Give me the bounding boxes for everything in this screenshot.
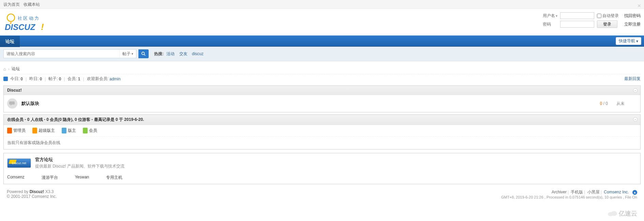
- hot-search-label: 热搜:: [154, 51, 164, 56]
- link-comsenz[interactable]: Comsenz: [7, 175, 25, 180]
- watermark: 亿速云: [607, 209, 637, 212]
- mobile-link[interactable]: 手机版: [571, 190, 583, 194]
- breadcrumb-forum[interactable]: 论坛: [12, 66, 20, 72]
- powered-by: Powered by Discuz! X3.3: [7, 189, 637, 194]
- search-bar: 帖子▾ 热搜: 活动 交友 discuz: [0, 47, 644, 61]
- collapse-icon[interactable]: –: [633, 117, 638, 122]
- online-legend: 管理员 超级版主 版主 会员: [4, 125, 640, 136]
- breadcrumb: ⌂ › 论坛: [3, 64, 641, 74]
- auto-login-label: 自动登录: [602, 13, 619, 19]
- supermod-badge-icon: [32, 128, 37, 133]
- online-panel: 在线会员 - 0 人在线 - 0 会员(0 隐身), 0 位游客 - 最高记录是…: [3, 114, 641, 149]
- forum-last-post: 从未: [616, 101, 637, 107]
- official-forum-image[interactable]: Discuz.net: [7, 158, 31, 168]
- debug-info: GMT+8, 2019-6-20 21:26 , Processed in 0.…: [501, 195, 637, 199]
- search-type-dropdown[interactable]: 帖子▾: [119, 49, 136, 58]
- header: 社 区 动 力 DISCUZ ! 用户名▾ 自动登录 找回密码 密码 登录 立即…: [0, 9, 644, 35]
- svg-text:社 区 动 力: 社 区 动 力: [18, 16, 39, 21]
- hot-keyword[interactable]: 交友: [179, 51, 188, 56]
- forum-post-stats: 0 / 0: [600, 101, 608, 106]
- legend-mod: 版主: [62, 128, 76, 133]
- home-icon[interactable]: ⌂: [3, 66, 6, 72]
- favorite-site-link[interactable]: 收藏本站: [24, 2, 40, 7]
- svg-point-7: [611, 211, 617, 212]
- official-links: Comsenz 漫游平台 Yeswan 专用主机: [7, 175, 637, 180]
- svg-text:DISCUZ: DISCUZ: [5, 22, 36, 32]
- password-input[interactable]: [560, 21, 594, 28]
- category-name[interactable]: Discuz!: [7, 88, 22, 93]
- members-count: 1: [78, 77, 80, 81]
- breadcrumb-separator: ›: [8, 67, 10, 72]
- yesterday-count: 0: [40, 77, 42, 81]
- official-forum-desc: 提供最新 Discuz! 产品新闻、软件下载与技术交流: [35, 163, 124, 169]
- mod-badge-icon: [62, 128, 66, 133]
- discuz-link[interactable]: Discuz!: [30, 189, 44, 194]
- posts-label: 帖子:: [48, 76, 58, 82]
- nav-forum[interactable]: 论坛: [0, 36, 20, 47]
- stats-icon[interactable]: [3, 77, 8, 81]
- auto-login-checkbox[interactable]: [597, 14, 601, 18]
- chevron-down-icon: ▾: [636, 39, 638, 44]
- collapse-icon[interactable]: –: [633, 88, 638, 93]
- latest-reply-link[interactable]: 最新回复: [624, 76, 641, 82]
- scroll-top-icon[interactable]: ▲: [632, 190, 637, 195]
- forgot-password-link[interactable]: 找回密码: [624, 13, 641, 19]
- link-manyou[interactable]: 漫游平台: [42, 175, 58, 180]
- member-badge-icon: [83, 128, 88, 133]
- search-icon: [141, 51, 146, 56]
- svg-point-4: [142, 52, 145, 55]
- admin-badge-icon: [7, 128, 12, 133]
- archiver-link[interactable]: Archiver: [552, 190, 567, 194]
- logo[interactable]: 社 区 动 力 DISCUZ !: [3, 12, 55, 32]
- comsenz-link[interactable]: Comsenz Inc.: [604, 190, 629, 194]
- login-area: 用户名▾ 自动登录 找回密码 密码 登录 立即注册: [543, 12, 641, 28]
- forum-stats: 今日: 0 | 昨日: 0 | 帖子: 0 | 会员: 1 | 欢迎新会员: a…: [3, 74, 641, 83]
- online-message: 当前只有游客或隐身会员在线: [4, 136, 640, 149]
- forum-icon: [7, 98, 17, 109]
- welcome-label: 欢迎新会员:: [87, 76, 108, 82]
- forum-row: 默认版块 0 / 0 从未: [4, 95, 640, 112]
- newest-member-link[interactable]: admin: [109, 77, 121, 81]
- hot-keyword[interactable]: 活动: [166, 51, 175, 56]
- legend-member: 会员: [83, 128, 97, 133]
- members-label: 会员:: [68, 76, 77, 82]
- login-button[interactable]: 登录: [597, 20, 617, 28]
- svg-line-5: [144, 54, 146, 56]
- legend-supermod: 超级版主: [32, 128, 55, 133]
- link-host[interactable]: 专用主机: [106, 175, 122, 180]
- quick-nav-button[interactable]: 快捷导航▾: [616, 37, 641, 45]
- link-yeswan[interactable]: Yeswan: [75, 175, 89, 180]
- today-count: 0: [20, 77, 23, 81]
- official-forum-link[interactable]: 官方论坛: [35, 157, 53, 162]
- top-bar: 设为首页 收藏本站 ✕: [0, 0, 644, 9]
- posts-count: 0: [59, 77, 61, 81]
- nav-bar: 论坛 快捷导航▾: [0, 35, 644, 47]
- blackhouse-link[interactable]: 小黑屋: [587, 190, 600, 194]
- hot-search: 热搜: 活动 交友 discuz: [154, 51, 205, 57]
- username-input[interactable]: [560, 12, 594, 19]
- chevron-down-icon: ▾: [132, 52, 133, 56]
- search-button[interactable]: [138, 49, 149, 58]
- category-panel: Discuz! – 默认版块 0 / 0 从未: [3, 85, 641, 112]
- username-label: 用户名▾: [543, 13, 557, 19]
- chevron-down-icon[interactable]: ▾: [556, 14, 557, 18]
- search-input[interactable]: [3, 49, 119, 58]
- set-homepage-link[interactable]: 设为首页: [3, 2, 20, 7]
- today-label: 今日:: [10, 76, 19, 82]
- category-header: Discuz! –: [4, 86, 640, 95]
- svg-point-0: [7, 14, 15, 21]
- password-label: 密码: [543, 21, 557, 27]
- close-icon[interactable]: ✕: [637, 1, 641, 10]
- svg-text:!: !: [41, 22, 44, 32]
- legend-admin: 管理员: [7, 128, 26, 133]
- register-link[interactable]: 立即注册: [624, 21, 641, 27]
- hot-keyword[interactable]: discuz: [192, 51, 204, 56]
- forum-name[interactable]: 默认版块: [21, 100, 39, 107]
- yesterday-label: 昨日:: [29, 76, 39, 82]
- footer: Powered by Discuz! X3.3 © 2001-2017 Coms…: [3, 184, 641, 209]
- online-header: 在线会员 - 0 人在线 - 0 会员(0 隐身), 0 位游客 - 最高记录是…: [4, 115, 640, 125]
- official-panel: Discuz.net 官方论坛 提供最新 Discuz! 产品新闻、软件下载与技…: [3, 153, 641, 184]
